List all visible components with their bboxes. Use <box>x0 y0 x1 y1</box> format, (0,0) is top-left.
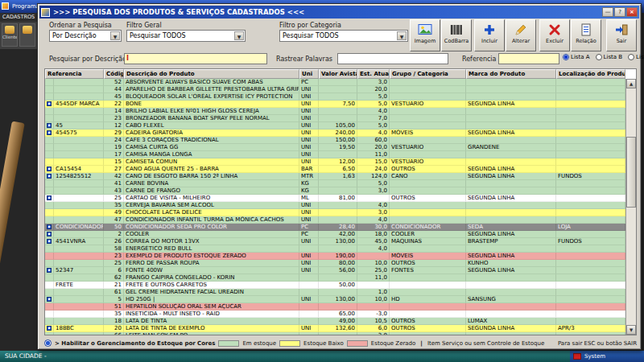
table-row[interactable]: 25CARTAO DE VISITA - MILHEIROML81,00OUTR… <box>45 195 625 202</box>
cell-est-atual: 3,0 <box>357 187 390 195</box>
dialog-titlebar[interactable]: >>> PESQUISA DOS PRODUTOS & SERVIÇOS CAD… <box>39 6 639 19</box>
table-row[interactable]: 41CARNE BOVINAKG5,0 <box>45 180 625 187</box>
close-button[interactable]: × <box>626 7 638 17</box>
cell-codigo: 12 <box>104 122 124 130</box>
cell-est-atual: 5,0 <box>357 93 390 101</box>
cell-descricao: CABO FLEXEL <box>124 122 299 130</box>
header-est-atual[interactable]: Est. Atual <box>357 69 390 79</box>
cell-est-atual: 25,0 <box>357 267 390 274</box>
cell-referencia <box>54 79 104 86</box>
sair-button[interactable]: Sair <box>606 19 637 51</box>
cell-descricao: CADEIRA GIRATORIA <box>124 130 299 137</box>
radio-lista-a[interactable]: Lista A <box>563 54 590 60</box>
status-bar: SUA CIDADE - System <box>0 351 644 362</box>
table-row[interactable]: 62FRANGO CAIPIRA CONGELADO - KORIN11,0 <box>45 274 625 282</box>
table-row[interactable]: 66LEITE NAN SOY EM PO3,0 <box>45 332 625 335</box>
filtro-geral-combobox[interactable]: Pesquisar TODOS ▼ <box>126 30 246 42</box>
cell-marca <box>466 274 556 282</box>
referencia-input[interactable] <box>498 53 559 64</box>
table-row[interactable]: 19CAMISA CURTA GGUNI19,5020,0VESTUARIOGR… <box>45 144 625 151</box>
table-row[interactable]: 523476FONTE 400WUNI56,0025,0FONTESSEGUND… <box>45 267 625 274</box>
cell-codigo: 21 <box>104 282 124 289</box>
table-row[interactable]: 24CAFE 3 CORAÇÕES TRADICIONALUNI150,0060… <box>45 137 625 144</box>
table-row[interactable]: 51HEPATILON SOLUÇÃO ORAL SEM AÇUCAR <box>45 303 625 311</box>
header-referencia[interactable]: Referencia <box>45 69 104 79</box>
table-row[interactable]: 45457529CADEIRA GIRATORIAUNI240,004,0MÓV… <box>45 130 625 137</box>
table-row[interactable]: 61GEL CREME HIDRATANTE FACIAL UREADIN1,0 <box>45 289 625 296</box>
table-row[interactable]: 4512CABO FLEXELUNI105,005,0 <box>45 122 625 130</box>
cell-uni <box>299 282 319 289</box>
table-row[interactable]: 35INSETICIDA - MULT INSETO - RAID65,00-3… <box>45 311 625 318</box>
excluir-button[interactable]: Excluir <box>539 19 570 51</box>
cell-localizacao <box>556 245 625 253</box>
cell-valor-avista: 12,00 <box>319 158 357 166</box>
cell-localizacao <box>556 289 625 296</box>
table-row[interactable]: 49CHOCOLATE LACTA DELICEUNI3,0 <box>45 209 625 216</box>
table-row[interactable]: 4545DF MARCA22BONEUNI7,505,0VESTUARIOSEG… <box>45 101 625 108</box>
table-row[interactable]: 2COOLERPC42,0018,0COOLERSEGUNDA LINHA <box>45 231 625 238</box>
cell-image <box>45 137 54 144</box>
cell-codigo: 19 <box>104 144 124 151</box>
radio-lista-b[interactable]: Lista B <box>596 54 623 60</box>
cell-localizacao <box>556 274 625 282</box>
table-row[interactable]: 23BRONZEADOR BANANA BOAT SPRAY PELE NORM… <box>45 115 625 122</box>
header-valor-avista[interactable]: Valor Avista <box>319 69 357 79</box>
table-row[interactable]: 45BLOQUEADOR SOLAR L'ORÉAL EXPERTISE ICY… <box>45 93 625 101</box>
header-marca[interactable]: Marca do Produto <box>466 69 556 79</box>
incluir-button[interactable]: Incluir <box>474 19 505 51</box>
table-row[interactable]: 35CERVEJA BAVARIA SEM ALCOOLUNI4,0 <box>45 202 625 209</box>
table-row[interactable]: CONDICIONADOR50CONDICIONADOR SEDA PRO CO… <box>45 224 625 231</box>
codbarra-button[interactable]: CodBarra <box>441 19 472 51</box>
scroll-down-icon[interactable]: ▼ <box>626 325 636 335</box>
cell-marca <box>466 86 556 93</box>
table-row[interactable]: 47CONDICIONADOR INFANTIL TURMA DA MÔNICA… <box>45 216 625 224</box>
table-row[interactable]: 52ABSORVENTE ALWAYS BASICO SUAVE COM ABA… <box>45 79 625 86</box>
header-localizacao[interactable]: Localização do Produto <box>556 69 625 79</box>
relacao-button[interactable]: Relação <box>571 19 601 51</box>
rastrear-palavras-input[interactable] <box>337 53 448 64</box>
minimize-button[interactable]: — <box>602 7 613 17</box>
cell-image <box>45 231 54 238</box>
header-grupo-categoria[interactable]: Grupo / Categoria <box>390 69 466 79</box>
table-row[interactable]: 17CAMISA MANGA LONGAUNI11,0 <box>45 151 625 158</box>
scrollbar-thumb[interactable] <box>626 137 636 208</box>
status-red-button[interactable] <box>573 353 581 360</box>
pesquisar-descricao-input[interactable]: I <box>124 53 267 64</box>
scroll-up-icon[interactable]: ▲ <box>626 79 636 88</box>
table-row[interactable]: 43CARNE DE FRANGOKG3,0 <box>45 187 625 195</box>
table-row[interactable]: CA1545427CANO AGUA QUENTE 25 - BARRABAR6… <box>45 166 625 173</box>
ordenar-combobox[interactable]: Por Descrição ▼ <box>49 30 122 42</box>
menu-item-cadastros[interactable]: CADASTROS <box>2 14 35 20</box>
table-row[interactable]: 15CAMISETA COMUNUNI12,0015,0VESTUARIO <box>45 158 625 166</box>
header-descricao[interactable]: Descrição do Produto <box>124 69 299 79</box>
table-row[interactable]: 188BC20LATA DE TINTA DE EXEMPLOUNI132,60… <box>45 325 625 332</box>
table-row[interactable]: 4541VNRA26CORREA DO MOTOR 13VXUNI130,004… <box>45 238 625 245</box>
alterar-button[interactable]: Alterar <box>506 19 536 51</box>
table-row[interactable]: 25FERRO DE PASSAR ROUPAUNI80,0010,0OUTRO… <box>45 260 625 267</box>
background-tool-button[interactable] <box>19 23 35 47</box>
table-row[interactable]: 125482551242CANO DE ESGOTO BARRA 150 2ª … <box>45 173 625 180</box>
photo-icon <box>47 130 52 135</box>
table-row[interactable]: FRETE21FRETE E OUTROS CARRETOS50,00 <box>45 282 625 289</box>
cell-localizacao <box>556 195 625 202</box>
table-row[interactable]: 18LATA DE TINTA49,0010,5OUTROSLUMAX <box>45 318 625 325</box>
table-row[interactable]: 5HD 250G |UNI130,0010,0HDSANSUNG <box>45 296 625 303</box>
help-button[interactable]: ? <box>614 7 625 17</box>
cell-grupo <box>390 137 466 144</box>
chevron-down-icon[interactable]: ▼ <box>397 31 407 40</box>
chevron-down-icon[interactable]: ▼ <box>110 31 120 40</box>
radio-lista-c[interactable]: Lista C <box>628 54 644 60</box>
header-codigo[interactable]: Código <box>104 69 124 79</box>
header-uni[interactable]: Uni <box>299 69 319 79</box>
clientes-button[interactable]: Clientes <box>2 23 18 47</box>
table-row[interactable]: 44APARELHO DE BARBEAR GILLETTE PRESTOBAR… <box>45 86 625 93</box>
toggle-stock-colors-icon[interactable] <box>44 339 52 347</box>
imagem-button[interactable]: Imagem <box>410 19 440 51</box>
chevron-down-icon[interactable]: ▼ <box>234 31 244 40</box>
vertical-scrollbar[interactable]: ▲ ▼ <box>625 79 636 335</box>
cell-est-atual: 5,0 <box>357 180 390 187</box>
table-row[interactable]: 58ENERGÉTICO RED BULL4,0 <box>45 245 625 253</box>
table-row[interactable]: 14BRILHO LABIAL ELKE Nº01 HIGH GLOSS CER… <box>45 108 625 115</box>
table-row[interactable]: 23EXEMPLO DE PRODUTO ESTOQUE ZERADOUNI19… <box>45 253 625 260</box>
filtro-categoria-combobox[interactable]: Pesquisar TODOS ▼ <box>279 30 408 42</box>
